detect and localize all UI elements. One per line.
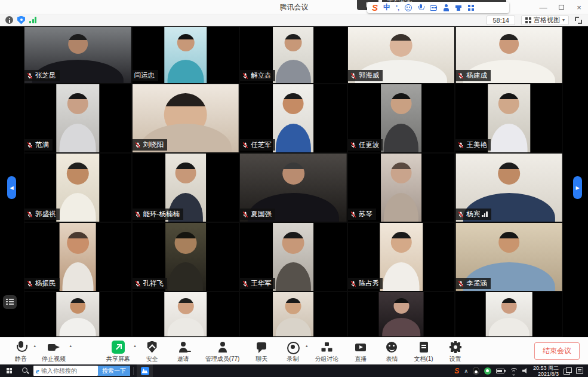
- toolbar-button-emoji[interactable]: 表情: [379, 338, 404, 364]
- close-button[interactable]: ×: [570, 0, 588, 14]
- video-tile[interactable]: 郭盛祺: [24, 153, 132, 222]
- sogou-tray-icon[interactable]: S: [454, 367, 459, 375]
- action-center-icon[interactable]: [576, 367, 583, 374]
- video-tile[interactable]: 杨建成: [455, 26, 563, 84]
- meeting-security-icon[interactable]: [17, 16, 25, 24]
- video-tile[interactable]: 王华军: [239, 222, 347, 292]
- search-input[interactable]: [41, 367, 96, 374]
- ime-skin-icon[interactable]: [455, 4, 462, 11]
- video-tile[interactable]: [347, 292, 455, 337]
- video-tile[interactable]: 任芝军: [239, 84, 347, 153]
- caret-up-icon[interactable]: ▴: [33, 344, 36, 348]
- shield-icon: [147, 341, 157, 353]
- video-tile[interactable]: 孔祥飞: [132, 222, 240, 292]
- clock-time: 20:53 周二: [533, 365, 559, 371]
- caret-up-icon[interactable]: ▴: [134, 344, 136, 348]
- ime-punctuation-toggle[interactable]: ’,: [396, 4, 399, 11]
- toolbar-button-gear[interactable]: 设置: [443, 338, 468, 364]
- breakout-icon: [320, 341, 333, 354]
- video-tile[interactable]: 郭海威: [347, 26, 455, 84]
- participant-name: 杨振民: [35, 279, 56, 288]
- antivirus-tray-icon[interactable]: [484, 367, 491, 375]
- video-tile[interactable]: 李孟涵: [455, 222, 563, 292]
- end-meeting-button[interactable]: 结束会议: [534, 342, 580, 360]
- meeting-info-icon[interactable]: [5, 16, 13, 24]
- video-tile[interactable]: [455, 292, 563, 337]
- toolbar-button-breakout[interactable]: 分组讨论: [311, 338, 342, 364]
- video-tile[interactable]: 范满: [24, 84, 132, 153]
- ime-account-icon[interactable]: [442, 4, 450, 11]
- person-torso: [60, 193, 96, 222]
- video-tile[interactable]: [239, 292, 347, 337]
- person-head: [501, 298, 517, 314]
- video-tile[interactable]: [132, 292, 240, 337]
- qq-tray-icon[interactable]: [473, 367, 479, 375]
- video-tile[interactable]: 解立垚: [239, 26, 347, 84]
- person-torso: [276, 262, 310, 291]
- caret-up-icon[interactable]: ▴: [306, 344, 308, 348]
- soft-keyboard-icon[interactable]: [430, 5, 437, 11]
- ime-menu-icon[interactable]: [467, 4, 475, 11]
- start-button-icon[interactable]: [0, 364, 18, 377]
- taskbar-search-box[interactable]: e: [33, 366, 98, 376]
- maximize-button[interactable]: [552, 0, 570, 14]
- taskbar-search-icon[interactable]: [18, 364, 33, 377]
- video-tile[interactable]: 张芝昆: [24, 26, 132, 84]
- video-tile[interactable]: 夏国强: [239, 153, 347, 222]
- toolbar-button-doc[interactable]: 文档(1): [410, 338, 436, 364]
- participant-name: 任更波: [359, 140, 380, 149]
- tray-expand-icon[interactable]: ∧: [464, 368, 468, 374]
- toolbar-button-chat[interactable]: 聊天: [249, 338, 274, 364]
- video-tile[interactable]: 苏琴: [347, 153, 455, 222]
- minimize-button[interactable]: —: [534, 0, 552, 14]
- toolbar-button-invite[interactable]: 邀请: [171, 338, 196, 364]
- wifi-icon[interactable]: [509, 367, 518, 374]
- toolbar-button-camera[interactable]: ▴ 停止视频: [38, 338, 69, 364]
- video-tile[interactable]: 杨振民: [24, 222, 132, 292]
- mic-icon: [14, 341, 27, 354]
- emoji-picker-icon[interactable]: [405, 4, 412, 11]
- member-list-toggle[interactable]: [3, 295, 17, 309]
- participant-label: 杨建成: [455, 70, 491, 81]
- ime-language-toggle[interactable]: 中: [383, 2, 390, 13]
- participant-video: [60, 223, 96, 291]
- network-quality-icon[interactable]: [29, 17, 36, 23]
- toolbar-label: 录制: [287, 355, 298, 363]
- toolbar-button-members[interactable]: 管理成员(77): [202, 338, 244, 364]
- person-torso: [167, 318, 204, 336]
- video-tile[interactable]: 任更波: [347, 84, 455, 153]
- taskbar-clock[interactable]: 20:53 周二 2021/8/3: [533, 365, 559, 377]
- muted-mic-icon: [457, 72, 464, 79]
- previous-page-arrow[interactable]: ◀: [7, 176, 16, 199]
- voice-input-icon[interactable]: [417, 4, 424, 11]
- toolbar-label: 邀请: [177, 355, 189, 363]
- video-tile[interactable]: 刘晓阳: [132, 84, 240, 153]
- taskbar-app-meeting[interactable]: [137, 364, 153, 377]
- toolbar-button-record[interactable]: ▴ 录制: [280, 338, 305, 364]
- participant-name: 王美艳: [466, 140, 487, 149]
- sogou-logo-icon[interactable]: S: [372, 2, 378, 13]
- search-go-button[interactable]: 搜索一下: [98, 366, 130, 376]
- fullscreen-icon[interactable]: [575, 17, 582, 24]
- participant-name: 刘晓阳: [143, 140, 164, 149]
- participant-name: 夏国强: [251, 210, 272, 219]
- input-indicator-icon[interactable]: [564, 367, 571, 374]
- person-head: [174, 232, 196, 254]
- video-tile[interactable]: 能环-杨楠楠: [132, 153, 240, 222]
- toolbar-button-shield[interactable]: 安全: [140, 338, 165, 364]
- muted-mic-icon: [350, 280, 357, 287]
- speaker-icon[interactable]: [522, 368, 528, 374]
- caret-up-icon[interactable]: ▴: [69, 344, 72, 348]
- toolbar-button-share[interactable]: ▴ 共享屏幕: [103, 338, 134, 364]
- video-tile[interactable]: 闫运忠: [132, 26, 240, 84]
- video-tile[interactable]: [24, 292, 132, 337]
- toolbar-button-live[interactable]: 直播: [348, 338, 373, 364]
- video-tile[interactable]: 陈占秀: [347, 222, 455, 292]
- view-mode-dropdown[interactable]: 宫格视图 ▾: [521, 16, 569, 25]
- video-tile[interactable]: 王美艳: [455, 84, 563, 153]
- next-page-arrow[interactable]: ▶: [573, 176, 582, 199]
- toolbar-button-mic[interactable]: ▴ 静音: [8, 338, 33, 364]
- battery-icon[interactable]: [496, 369, 504, 373]
- video-tile[interactable]: 杨宾: [455, 153, 563, 222]
- muted-mic-icon: [457, 280, 464, 287]
